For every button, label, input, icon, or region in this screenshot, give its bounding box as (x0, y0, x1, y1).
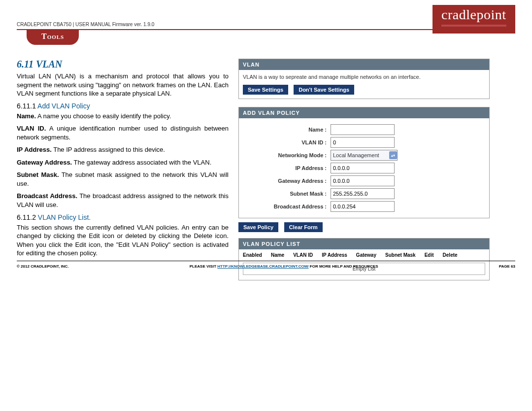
panel-vlan-desc: VLAN is a way to sepreate and manage mul… (243, 74, 485, 80)
label-bc: Broadcast Address : (243, 204, 331, 209)
select-arrows-icon: ▴▾ (389, 151, 397, 159)
panel-vlan: VLAN VLAN is a way to sepreate and manag… (238, 59, 490, 99)
clear-form-button[interactable]: Clear Form (284, 222, 323, 232)
ip-desc: IP Address. The IP address assigned to t… (17, 145, 229, 154)
label-sm: Subnet Mask : (243, 191, 331, 197)
name-input[interactable] (331, 124, 395, 135)
bc-desc: Broadcast Address. The broadcast address… (17, 192, 229, 209)
gateway-input[interactable] (331, 175, 395, 186)
col-name: Name (271, 252, 284, 258)
label-mode: Networking Mode : (243, 152, 331, 158)
name-desc: Name. A name you choose to easily identi… (17, 112, 229, 121)
panel-policy-list-header: VLAN POLICY LIST (239, 239, 489, 249)
vlanid-input[interactable] (331, 137, 395, 148)
broadcast-input[interactable] (331, 201, 395, 212)
panel-add-header: ADD VLAN POLICY (239, 107, 489, 118)
tools-pill: Tools (27, 30, 79, 45)
col-enabled: Enabled (243, 252, 262, 258)
section-title: 6.11 VLAN (17, 59, 229, 70)
kb-link[interactable]: HTTP://KNOWLEDGEBASE.CRADLEPOINT.COM/ (217, 264, 308, 269)
sm-desc: Subnet Mask. The subnet mask assigned to… (17, 171, 229, 188)
panel-add-vlan-policy: ADD VLAN POLICY Name : VLAN ID : Network… (238, 107, 490, 218)
col-gateway: Gateway (356, 252, 376, 258)
subnet-input[interactable] (331, 188, 395, 199)
save-policy-button[interactable]: Save Policy (238, 222, 278, 232)
label-ip: IP Address : (243, 165, 331, 171)
col-edit: Edit (425, 252, 434, 258)
label-vlanid: VLAN ID : (243, 139, 331, 145)
footer-center: PLEASE VISIT HTTP://KNOWLEDGEBASE.CRADLE… (68, 264, 499, 269)
footer: © 2012 CRADLEPOINT, INC. PLEASE VISIT HT… (17, 261, 515, 269)
label-name: Name : (243, 127, 331, 133)
dont-save-settings-button[interactable]: Don't Save Settings (294, 85, 354, 95)
policy-list-columns: Enabled Name VLAN ID IP Address Gateway … (239, 249, 489, 261)
save-settings-button[interactable]: Save Settings (243, 85, 288, 95)
vlanid-desc: VLAN ID. A unique identification number … (17, 124, 229, 141)
sub-add-vlan: 6.11.1 Add VLAN Policy (17, 102, 229, 110)
col-subnet: Subnet Mask (385, 252, 416, 258)
col-ip: IP Address (322, 252, 347, 258)
col-vlanid: VLAN ID (293, 252, 313, 258)
sub-policy-list: 6.11.2 VLAN Policy List. (17, 213, 229, 221)
ip-input[interactable] (331, 163, 395, 173)
footer-right: PAGE 63 (499, 264, 515, 269)
brand-logo: cradlepoint (432, 5, 515, 34)
gw-desc: Gateway Address. The gateway address ass… (17, 158, 229, 167)
panel-vlan-header: VLAN (239, 59, 489, 70)
footer-left: © 2012 CRADLEPOINT, INC. (17, 264, 68, 269)
policy-list-desc: This section shows the currently defined… (17, 223, 229, 258)
intro-text: Virtual LAN (VLAN) is a mechanism and pr… (17, 72, 229, 98)
panel-policy-list: VLAN POLICY LIST Enabled Name VLAN ID IP… (238, 238, 490, 280)
col-delete: Delete (443, 252, 458, 258)
label-gw: Gateway Address : (243, 178, 331, 184)
networking-mode-select[interactable]: Local Management ▴▾ (331, 150, 398, 161)
brand-name: cradlepoint (441, 8, 506, 22)
